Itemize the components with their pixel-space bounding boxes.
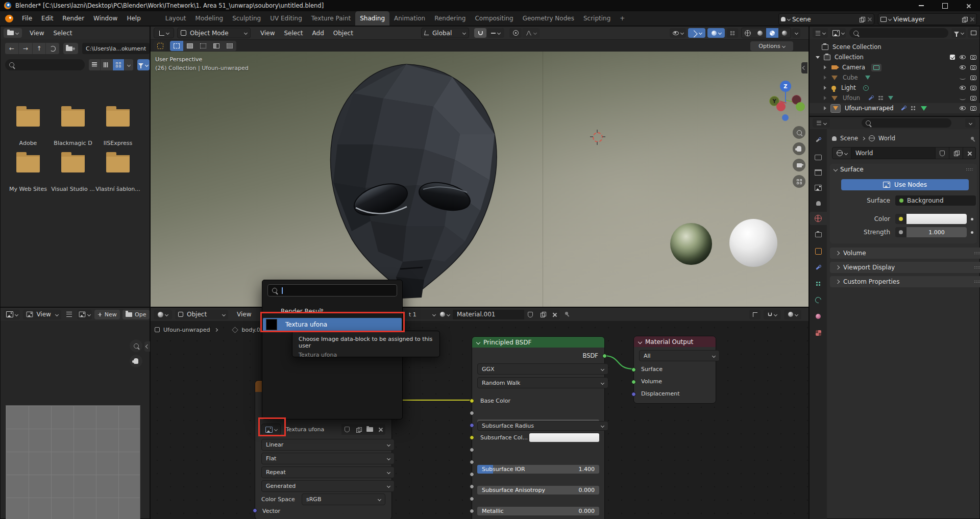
tab-modeling[interactable]: Modeling — [191, 15, 228, 22]
material-copy-button[interactable] — [536, 310, 549, 319]
outliner-search-input[interactable] — [849, 28, 948, 38]
tab-animation[interactable]: Animation — [389, 15, 430, 22]
folder-item[interactable]: Blackmagic D — [51, 109, 95, 146]
hide-eye-icon[interactable] — [960, 106, 966, 110]
subsurface-anisotropy-socket[interactable] — [470, 460, 474, 464]
tab-rendering[interactable]: Rendering — [430, 15, 470, 22]
show-gizmo-button[interactable] — [688, 28, 705, 38]
toggle-ortho-button[interactable] — [793, 175, 805, 188]
select-extend-button[interactable] — [183, 41, 197, 51]
checkbox-icon[interactable] — [950, 55, 955, 60]
use-nodes-button[interactable]: Use Nodes — [841, 179, 969, 190]
outliner-row-ufoun[interactable]: Ufoun — [810, 93, 980, 103]
scene-selector[interactable]: Scene — [778, 13, 874, 25]
object-visibility-dropdown[interactable] — [670, 28, 686, 38]
vp-menu-select[interactable]: Select — [279, 30, 307, 37]
world-name-field[interactable]: World — [851, 147, 936, 159]
material-fake-user-button[interactable] — [524, 310, 536, 319]
outliner-row-camera[interactable]: Camera — [810, 62, 980, 72]
principled-header[interactable]: Principled BSDF — [472, 337, 604, 348]
color-space-dropdown[interactable]: sRGB — [302, 493, 385, 505]
unlink-scene-icon[interactable] — [867, 17, 872, 21]
distribution-dropdown[interactable]: GGX — [477, 363, 608, 375]
shading-dropdown[interactable] — [792, 28, 800, 38]
collapse-icon[interactable] — [824, 106, 826, 110]
gizmo-y-neg-axis[interactable] — [796, 102, 805, 111]
specular-socket[interactable] — [470, 484, 474, 489]
folder-item[interactable]: Adobe — [6, 109, 51, 146]
target-dropdown[interactable]: All — [639, 350, 720, 361]
render-visibility-icon[interactable] — [970, 96, 976, 101]
xray-toggle-button[interactable] — [727, 28, 738, 38]
shader-canvas[interactable]: Textura ufona Linear Flat Repeat Generat… — [151, 321, 808, 519]
tab-layout[interactable]: Layout — [161, 15, 191, 22]
outliner-row-collection[interactable]: Collection — [810, 52, 980, 62]
interpolation-dropdown[interactable]: Linear — [261, 439, 395, 451]
surface-shader-dropdown[interactable]: Background — [895, 195, 976, 206]
hide-eye-icon[interactable] — [960, 86, 966, 90]
unlink-world-button[interactable] — [963, 147, 976, 159]
color-socket-chip[interactable] — [895, 214, 906, 224]
viewlayer-icon[interactable] — [878, 17, 893, 22]
hide-eye-icon[interactable] — [960, 55, 966, 59]
source-dropdown[interactable]: Generated — [261, 480, 395, 492]
menu-render[interactable]: Render — [58, 15, 89, 22]
outliner-row-scene-collection[interactable]: Scene Collection — [810, 42, 980, 52]
snap-settings-dropdown[interactable] — [487, 28, 504, 38]
folder-item[interactable]: IISExpress — [95, 109, 140, 146]
material-pin-icon[interactable] — [565, 312, 568, 315]
select-invert-button[interactable] — [210, 41, 223, 51]
file-search-input[interactable] — [5, 59, 85, 70]
outliner-row-cube[interactable]: Cube — [810, 72, 980, 83]
proportional-falloff-dropdown[interactable] — [522, 28, 540, 38]
collapse-icon[interactable] — [824, 76, 826, 80]
active-tool-button[interactable] — [154, 41, 167, 51]
properties-search-input[interactable] — [862, 118, 951, 128]
camera-view-button[interactable] — [793, 159, 805, 171]
hidden-eye-icon[interactable] — [960, 76, 966, 80]
select-intersect-button[interactable] — [223, 41, 236, 51]
image-browse-button[interactable] — [261, 424, 281, 435]
viewport-collapse-arrow[interactable] — [801, 62, 807, 73]
displacement-input-socket[interactable] — [631, 392, 636, 397]
material-output-header[interactable]: Material Output — [634, 336, 716, 347]
strength-slider[interactable]: 1.000 — [906, 227, 967, 237]
tab-geometry-nodes[interactable]: Geometry Nodes — [518, 15, 579, 22]
gizmo-z-axis[interactable]: Z — [780, 81, 791, 92]
image-canvas-grid[interactable] — [6, 405, 140, 519]
pin-icon[interactable] — [971, 137, 974, 140]
tab-shading[interactable]: Shading — [355, 11, 389, 26]
menu-help[interactable]: Help — [122, 15, 145, 22]
surface-panel-header[interactable]: Surface — [830, 164, 977, 175]
animate-dot[interactable] — [971, 231, 973, 234]
subsurface-ior-slider[interactable]: Subsurface IOR1.400 — [477, 465, 599, 474]
viewport-display-section-header[interactable]: Viewport Display — [830, 262, 980, 273]
tab-sculpting[interactable]: Sculpting — [228, 15, 265, 22]
image-new-button[interactable]: New — [94, 310, 120, 319]
tab-scene[interactable] — [810, 196, 827, 210]
snap-toggle-button[interactable] — [474, 28, 486, 38]
bsdf-output-socket[interactable] — [602, 354, 607, 358]
subsurface-radius-socket[interactable] — [470, 423, 474, 428]
breadcrumb-world[interactable]: World — [878, 135, 895, 142]
file-menu-select[interactable]: Select — [48, 30, 77, 37]
image-fake-user-button[interactable] — [341, 424, 353, 435]
folder-item[interactable]: Visual Studio ... — [51, 155, 95, 192]
tab-physics[interactable] — [810, 293, 827, 307]
tab-world[interactable] — [810, 212, 827, 225]
subsurface-color-socket[interactable] — [470, 435, 474, 440]
shading-solid-button[interactable] — [754, 28, 766, 38]
color-swatch[interactable] — [906, 214, 967, 224]
viewport-editor-type-button[interactable] — [154, 28, 174, 38]
subsurface-radius-dropdown[interactable]: Subsurface Radius — [477, 421, 608, 431]
tab-compositing[interactable]: Compositing — [470, 15, 518, 22]
vp-menu-view[interactable]: View — [256, 30, 279, 37]
tab-tool[interactable] — [810, 133, 827, 146]
path-field[interactable]: C:\Users\la...okumenty\ — [82, 43, 150, 54]
minimize-button[interactable] — [910, 0, 933, 11]
nav-up-button[interactable]: ↑ — [33, 43, 46, 54]
metallic-slider[interactable]: Metallic0.000 — [477, 507, 599, 515]
tab-modifiers[interactable] — [810, 261, 827, 274]
tab-constraints[interactable] — [810, 310, 827, 323]
scene-icon[interactable] — [779, 17, 792, 21]
